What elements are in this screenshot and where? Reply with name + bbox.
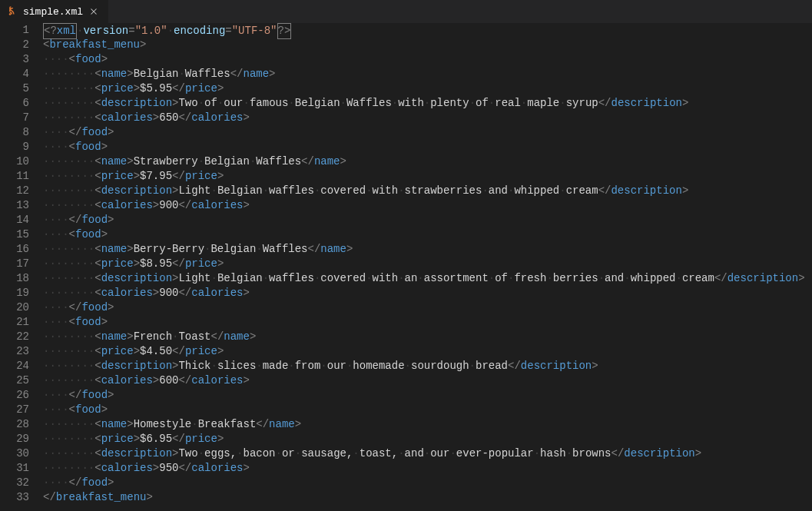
xml-file-icon [8,6,18,17]
close-icon[interactable] [88,5,100,18]
line-number: 27 [0,403,29,417]
line-number: 33 [0,490,29,505]
line-number: 18 [0,271,29,286]
code-line[interactable]: </breakfast_menu> [43,490,812,505]
code-line[interactable]: ········<calories>650</calories> [43,111,812,125]
code-line[interactable]: ········<description>Light·Belgian·waffl… [43,184,812,198]
line-number: 1 [0,23,29,38]
code-line[interactable]: ····</food> [43,300,812,315]
line-number: 24 [0,359,29,373]
code-line[interactable]: ····</food> [43,125,812,140]
code-line[interactable]: ····<food> [43,140,812,154]
line-number: 17 [0,257,29,271]
tab-bar: simple.xml [0,0,812,23]
code-line[interactable]: ········<price>$6.95</price> [43,432,812,446]
line-number: 30 [0,446,29,461]
line-number: 12 [0,184,29,198]
line-number: 11 [0,169,29,184]
line-number: 32 [0,476,29,490]
line-number: 29 [0,432,29,446]
line-number: 25 [0,373,29,388]
line-number: 2 [0,38,29,52]
code-content[interactable]: <?xml·version="1.0"·encoding="UTF-8"?><b… [43,23,812,511]
editor-tab[interactable]: simple.xml [0,0,108,23]
line-number: 9 [0,140,29,154]
code-line[interactable]: ····</food> [43,476,812,490]
code-line[interactable]: ········<calories>900</calories> [43,286,812,300]
code-line[interactable]: ········<name>Belgian·Waffles</name> [43,67,812,81]
code-line[interactable]: ····<food> [43,315,812,330]
line-number: 19 [0,286,29,300]
code-line[interactable]: ········<name>Strawberry·Belgian·Waffles… [43,154,812,169]
code-line[interactable]: ········<calories>600</calories> [43,373,812,388]
line-number: 6 [0,96,29,111]
code-line[interactable]: ········<price>$5.95</price> [43,81,812,96]
code-line[interactable]: ········<description>Light·Belgian·waffl… [43,271,812,286]
line-number-gutter: 1234567891011121314151617181920212223242… [0,23,43,511]
line-number: 8 [0,125,29,140]
line-number: 23 [0,344,29,359]
code-line[interactable]: ········<price>$7.95</price> [43,169,812,184]
line-number: 31 [0,461,29,476]
line-number: 22 [0,330,29,344]
code-line[interactable]: <?xml·version="1.0"·encoding="UTF-8"?> [43,23,812,38]
line-number: 14 [0,213,29,227]
code-line[interactable]: ········<calories>950</calories> [43,461,812,476]
line-number: 20 [0,300,29,315]
tab-filename: simple.xml [23,6,83,18]
svg-point-1 [9,13,12,15]
code-line[interactable]: ········<description>Two·eggs,·bacon·or·… [43,446,812,461]
line-number: 26 [0,388,29,403]
line-number: 10 [0,154,29,169]
line-number: 5 [0,81,29,96]
code-line[interactable]: ········<description>Thick·slices·made·f… [43,359,812,373]
code-line[interactable]: ····<food> [43,52,812,67]
code-editor[interactable]: 1234567891011121314151617181920212223242… [0,23,812,511]
code-line[interactable]: ········<name>Berry-Berry·Belgian·Waffle… [43,242,812,257]
line-number: 7 [0,111,29,125]
line-number: 15 [0,227,29,242]
code-line[interactable]: ····<food> [43,403,812,417]
code-line[interactable]: ········<price>$4.50</price> [43,344,812,359]
code-line[interactable]: ········<price>$8.95</price> [43,257,812,271]
line-number: 4 [0,67,29,81]
code-line[interactable]: ········<description>Two·of·our·famous·B… [43,96,812,111]
code-line[interactable]: ········<name>Homestyle·Breakfast</name> [43,417,812,432]
line-number: 3 [0,52,29,67]
code-line[interactable]: ····</food> [43,388,812,403]
line-number: 28 [0,417,29,432]
line-number: 16 [0,242,29,257]
code-line[interactable]: ········<calories>900</calories> [43,198,812,213]
code-line[interactable]: ····</food> [43,213,812,227]
line-number: 13 [0,198,29,213]
line-number: 21 [0,315,29,330]
code-line[interactable]: <breakfast_menu> [43,38,812,52]
code-line[interactable]: ····<food> [43,227,812,242]
code-line[interactable]: ········<name>French·Toast</name> [43,330,812,344]
